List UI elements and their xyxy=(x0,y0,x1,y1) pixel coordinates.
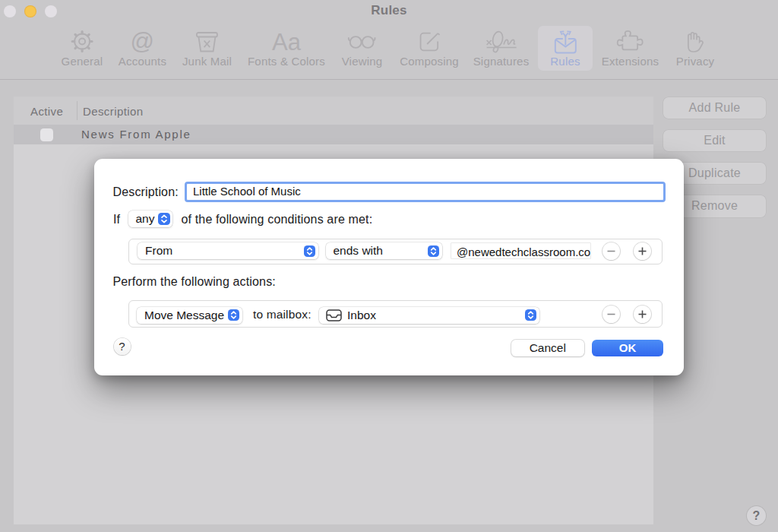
svg-text:Aa: Aa xyxy=(272,29,302,55)
svg-text:@: @ xyxy=(131,29,154,55)
